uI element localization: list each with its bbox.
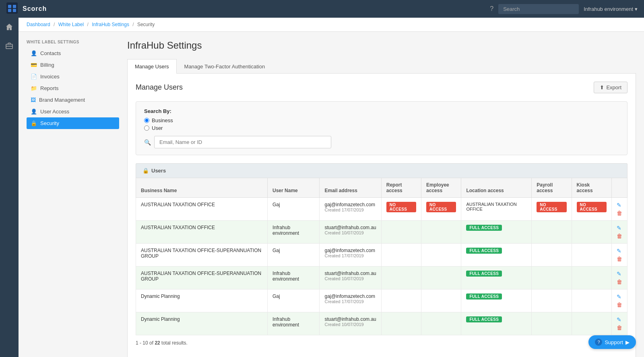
radio-user[interactable]: User — [144, 125, 619, 131]
cell-username: Gaj — [268, 289, 320, 312]
delete-icon[interactable]: 🗑 — [617, 302, 622, 308]
delete-icon[interactable]: 🗑 — [617, 256, 622, 262]
search-icon: 🔍 — [144, 139, 151, 146]
access-badge: FULL ACCESS — [466, 293, 502, 300]
search-box: Search By: Business User 🔍 — [136, 101, 627, 155]
tab-two-factor-auth[interactable]: Manage Two-Factor Authentication — [177, 59, 273, 74]
cell-payroll: NO ACCESS — [532, 198, 572, 221]
cell-payroll — [532, 289, 572, 312]
th-actions — [612, 178, 627, 198]
table-body: AUSTRALIAN TAXATION OFFICEGajgaj@infomaz… — [136, 198, 627, 335]
breadcrumb-dashboard[interactable]: Dashboard — [27, 22, 50, 27]
sidebar-briefcase-icon[interactable] — [0, 36, 19, 55]
left-panel-title: WHITE LABEL SETTINGS — [27, 40, 119, 44]
sidebar-item-reports[interactable]: 📁 Reports — [27, 82, 119, 94]
support-button[interactable]: ? Support ▶ — [588, 335, 636, 349]
delete-icon[interactable]: 🗑 — [617, 279, 622, 285]
radio-user-input[interactable] — [144, 125, 149, 131]
cell-username: Gaj — [268, 198, 320, 221]
created-date: Created 10/07/2019 — [324, 276, 376, 281]
cell-email: gaj@infomazetech.comCreated 17/07/2019 — [320, 198, 381, 221]
cell-business: AUSTRALIAN TAXATION OFFICE — [136, 221, 268, 244]
cell-payroll — [532, 244, 572, 267]
security-icon: 🔒 — [31, 120, 37, 126]
global-search-input[interactable] — [498, 4, 579, 14]
section-header: Manage Users ⬆ Export — [136, 82, 627, 93]
breadcrumb: Dashboard / White Label / InfraHub Setti… — [19, 18, 644, 32]
th-email: Email address — [320, 178, 381, 198]
email-value: stuart@infrahub.com.au — [324, 271, 376, 276]
cell-actions: ✎ 🗑 — [612, 289, 627, 312]
created-date: Created 17/07/2019 — [324, 253, 376, 258]
delete-icon[interactable]: 🗑 — [617, 324, 622, 331]
cell-location: FULL ACCESS — [461, 221, 532, 244]
delete-icon[interactable]: 🗑 — [617, 210, 622, 216]
tab-content: Manage Users ⬆ Export Search By: Busines… — [127, 74, 636, 357]
help-icon[interactable]: ? — [490, 5, 493, 12]
search-by-label: Search By: — [144, 108, 619, 114]
search-input[interactable] — [154, 136, 331, 148]
email-value: stuart@infrahub.com.au — [324, 316, 376, 322]
breadcrumb-infrahub-settings[interactable]: InfraHub Settings — [92, 22, 129, 27]
brand-management-icon: 🖼 — [31, 97, 36, 103]
sidebar-item-brand-management[interactable]: 🖼 Brand Management — [27, 94, 119, 106]
cell-actions: ✎ 🗑 — [612, 267, 627, 289]
cell-employee — [421, 267, 461, 289]
edit-icon[interactable]: ✎ — [617, 202, 622, 208]
edit-icon[interactable]: ✎ — [617, 293, 622, 300]
access-badge: NO ACCESS — [426, 202, 456, 212]
access-badge: FULL ACCESS — [466, 316, 502, 322]
edit-icon[interactable]: ✎ — [617, 271, 622, 277]
cell-username: Infrahub environment — [268, 267, 320, 289]
cell-report — [381, 289, 421, 312]
environment-selector[interactable]: Infrahub environment ▾ — [584, 6, 638, 12]
cell-report — [381, 244, 421, 267]
tabs: Manage Users Manage Two-Factor Authentic… — [127, 59, 636, 74]
table-row: Dynamic PlanningGajgaj@infomazetech.comC… — [136, 289, 627, 312]
email-value: gaj@infomazetech.com — [324, 293, 376, 299]
chevron-down-icon: ▾ — [635, 6, 638, 12]
cell-payroll — [532, 312, 572, 335]
cell-kiosk — [572, 312, 611, 335]
cell-location: AUSTRALIAN TAXATION OFFICE — [461, 198, 532, 221]
th-report-access: Reportaccess — [381, 178, 421, 198]
cell-email: gaj@infomazetech.comCreated 17/07/2019 — [320, 289, 381, 312]
access-badge: FULL ACCESS — [466, 225, 502, 231]
support-arrow-icon: ▶ — [625, 339, 630, 345]
cell-kiosk — [572, 289, 611, 312]
breadcrumb-sep-1: / — [54, 22, 55, 27]
cell-username: Infrahub environment — [268, 312, 320, 335]
top-navigation: Scorch ? Infrahub environment ▾ — [0, 0, 644, 18]
cell-location: FULL ACCESS — [461, 289, 532, 312]
delete-icon[interactable]: 🗑 — [617, 233, 622, 239]
sidebar-item-security[interactable]: 🔒 Security — [27, 117, 119, 129]
edit-icon[interactable]: ✎ — [617, 248, 622, 254]
edit-icon[interactable]: ✎ — [617, 225, 622, 231]
cell-report — [381, 221, 421, 244]
radio-business[interactable]: Business — [144, 117, 619, 123]
cell-employee: NO ACCESS — [421, 198, 461, 221]
sidebar-item-billing[interactable]: 💳 Billing — [27, 59, 119, 71]
radio-business-input[interactable] — [144, 118, 149, 123]
edit-icon[interactable]: ✎ — [617, 316, 622, 323]
sidebar-item-invoices[interactable]: 📄 Invoices — [27, 71, 119, 82]
export-icon: ⬆ — [600, 84, 604, 90]
nav-left: Scorch — [6, 2, 47, 16]
app-logo[interactable] — [6, 2, 18, 16]
left-sidebar — [0, 0, 19, 357]
export-button[interactable]: ⬆ Export — [594, 82, 627, 93]
users-section-header: 🔒 Users — [136, 163, 627, 178]
pagination-text: 1 - 10 of 22 total results. — [136, 340, 188, 346]
right-panel: InfraHub Settings Manage Users Manage Tw… — [127, 40, 636, 357]
cell-actions: ✎ 🗑 — [612, 221, 627, 244]
svg-rect-2 — [13, 5, 16, 8]
tab-manage-users[interactable]: Manage Users — [127, 59, 177, 74]
breadcrumb-white-label[interactable]: White Label — [58, 22, 84, 27]
sidebar-home-icon[interactable] — [0, 18, 19, 36]
sidebar-item-user-access[interactable]: 👤 User Access — [27, 106, 119, 117]
cell-actions: ✎ 🗑 — [612, 198, 627, 221]
cell-username: Infrahub environment — [268, 221, 320, 244]
cell-report: NO ACCESS — [381, 198, 421, 221]
sidebar-item-contacts[interactable]: 👤 Contacts — [27, 47, 119, 59]
th-username: User Name — [268, 178, 320, 198]
